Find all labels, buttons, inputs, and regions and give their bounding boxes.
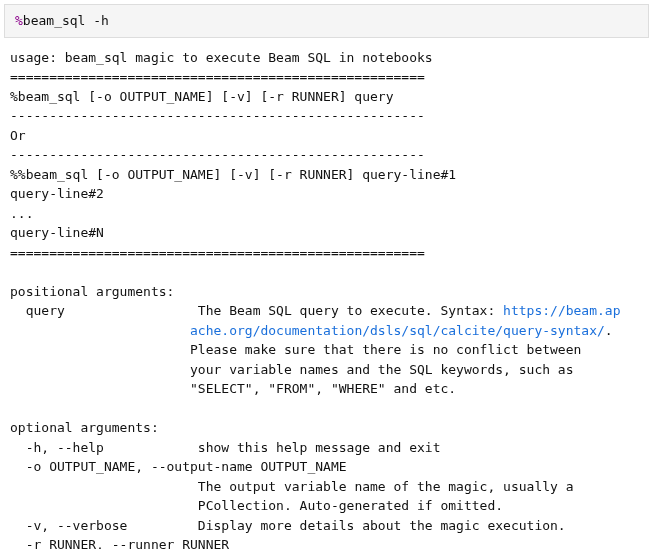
opt-desc-line: PCollection. Auto-generated if omitted.	[10, 496, 643, 516]
positional-arguments-header: positional arguments:	[10, 282, 643, 302]
opt-verbose: -v, --verbose Display more details about…	[10, 516, 643, 536]
usage-cell-line: ...	[10, 204, 643, 224]
usage-line: usage: beam_sql magic to execute Beam SQ…	[10, 48, 643, 68]
or-label: Or	[10, 126, 643, 146]
opt-output-name: -o OUTPUT_NAME, --output-name OUTPUT_NAM…	[10, 457, 643, 477]
arg-desc: The Beam SQL query to execute. Syntax:	[65, 303, 503, 318]
dashes: ----------------------------------------…	[10, 106, 643, 126]
input-command: %beam_sql -h	[15, 11, 638, 31]
arg-label: query	[10, 303, 65, 318]
arg-desc-line: "SELECT", "FROM", "WHERE" and etc.	[10, 379, 643, 399]
optional-arguments-header: optional arguments:	[10, 418, 643, 438]
input-cell: %beam_sql -h	[4, 4, 649, 38]
opt-desc-line: The output variable name of the magic, u…	[10, 477, 643, 497]
blank-line	[10, 399, 643, 419]
opt-runner: -r RUNNER, --runner RUNNER	[10, 535, 643, 549]
usage-cell-line: query-line#N	[10, 223, 643, 243]
separator: ========================================…	[10, 67, 643, 87]
command-text: beam_sql -h	[23, 13, 109, 28]
arg-desc-line: your variable names and the SQL keywords…	[10, 360, 643, 380]
usage-single: %beam_sql [-o OUTPUT_NAME] [-v] [-r RUNN…	[10, 87, 643, 107]
dashes: ----------------------------------------…	[10, 145, 643, 165]
arg-query: query The Beam SQL query to execute. Syn…	[10, 301, 643, 321]
arg-desc-line: Please make sure that there is no confli…	[10, 340, 643, 360]
separator: ========================================…	[10, 243, 643, 263]
usage-cell-line: %%beam_sql [-o OUTPUT_NAME] [-v] [-r RUN…	[10, 165, 643, 185]
syntax-link[interactable]: https://beam.ap	[503, 303, 620, 318]
usage-cell-line: query-line#2	[10, 184, 643, 204]
magic-prefix: %	[15, 13, 23, 28]
arg-desc-line: ache.org/documentation/dsls/sql/calcite/…	[10, 321, 643, 341]
syntax-link-cont[interactable]: ache.org/documentation/dsls/sql/calcite/…	[10, 323, 605, 338]
opt-help: -h, --help show this help message and ex…	[10, 438, 643, 458]
blank-line	[10, 262, 643, 282]
output-cell: usage: beam_sql magic to execute Beam SQ…	[0, 44, 653, 550]
